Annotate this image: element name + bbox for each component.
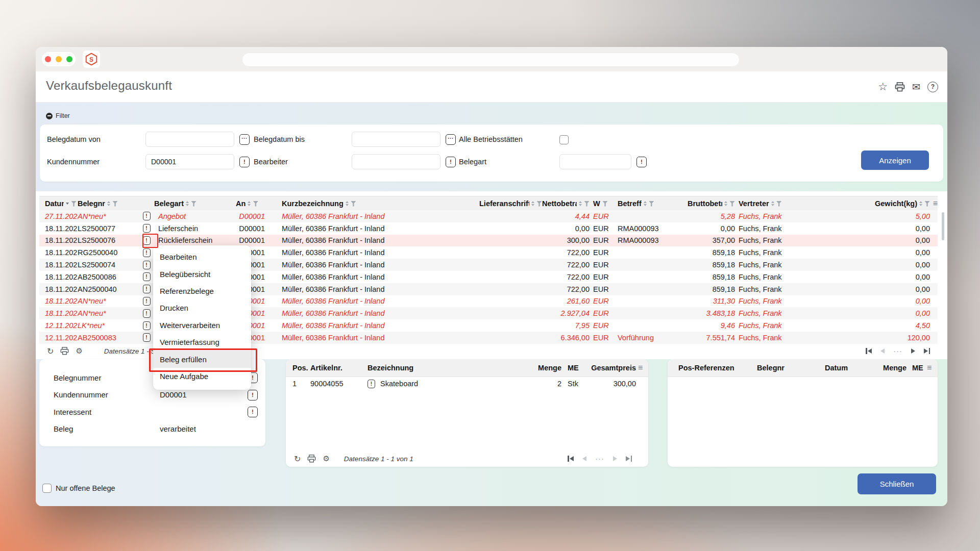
position-row[interactable]: 1 90004055 Skateboard 2 Stk 300,00 [286,377,648,391]
print-grid-icon[interactable] [60,347,69,355]
cell-datum: 12.11.2025 [39,334,78,342]
alle-betriebsstaetten-checkbox[interactable] [559,135,569,144]
row-action-icon[interactable] [143,309,151,318]
pagination-ellipsis-icon[interactable] [893,348,902,354]
titlebar-search-bar[interactable] [242,53,740,67]
nur-offene-belege-checkbox[interactable] [42,484,52,493]
row-action-icon[interactable] [143,224,151,233]
table-menu-icon[interactable] [930,199,938,208]
context-menu-item[interactable]: Weiterverarbeiten [153,317,251,334]
column-header-kurzbezeichnung[interactable]: Kurzbezeichnung [266,199,399,208]
detail-lookup-icon[interactable] [248,407,258,417]
close-window-button[interactable] [45,56,51,62]
row-action-icon[interactable] [143,285,151,293]
row-action-icon[interactable] [143,321,151,330]
column-header-lieferanschrift[interactable]: Lieferanschrift [399,199,542,208]
references-menu-icon[interactable] [927,363,938,372]
filter-funnel-icon[interactable] [191,201,197,207]
context-menu-item[interactable]: Beleg erfüllen [153,350,251,367]
settings-gear-icon[interactable] [76,346,82,356]
column-header-gewicht[interactable]: Gewicht(kg) [805,199,930,208]
row-action-icon[interactable] [143,333,151,342]
zoom-window-button[interactable] [66,56,72,62]
belegdatum-von-browse-icon[interactable] [239,134,250,145]
filter-funnel-icon[interactable] [729,201,735,207]
favorite-star-icon[interactable] [878,81,888,93]
refresh-icon[interactable] [47,346,54,356]
kundennummer-lookup-icon[interactable] [239,157,250,167]
nur-offene-belege-option[interactable]: Nur offene Belege [42,484,115,493]
column-header-betreff[interactable]: Betreff [614,199,688,208]
table-row[interactable]: 18.11.2025 LS2500077 Lieferschein D00001… [39,222,938,235]
table-row[interactable]: 27.11.2025 AN*neu* Angebot D00001 Müller… [39,210,938,222]
kundennummer-input[interactable] [145,154,234,169]
row-action-icon[interactable] [143,261,151,269]
bearbeiter-input[interactable] [352,154,440,169]
row-action-icon[interactable] [143,297,151,306]
mail-icon[interactable] [912,81,920,93]
row-action-icon[interactable] [143,248,151,257]
column-header-belegart[interactable]: Belegart [154,199,236,208]
filter-funnel-icon[interactable] [536,201,542,207]
position-action-icon[interactable] [368,380,375,388]
pagination-ellipsis-icon[interactable] [595,456,604,461]
pagination-next-icon[interactable] [911,348,915,354]
pagination-prev-icon[interactable] [582,456,586,461]
pagination-prev-icon[interactable] [880,348,885,354]
filter-collapse-toggle[interactable]: Filter [46,112,70,119]
refresh-icon[interactable] [294,454,301,464]
pagination-next-icon[interactable] [613,456,617,461]
anzeigen-button[interactable]: Anzeigen [861,151,929,170]
filter-funnel-icon[interactable] [71,201,77,207]
pagination-last-icon[interactable] [924,348,930,354]
filter-funnel-icon[interactable] [253,201,258,207]
filter-funnel-icon[interactable] [924,201,930,207]
belegart-input[interactable] [559,154,631,169]
row-action-icon[interactable] [143,272,151,281]
row-action-icon[interactable] [143,236,151,245]
collapse-icon [46,113,53,119]
filter-funnel-icon[interactable] [776,201,782,207]
minimize-window-button[interactable] [56,56,62,62]
print-icon[interactable] [895,82,905,92]
row-action-icon[interactable] [143,212,151,220]
settings-gear-icon[interactable] [323,454,329,463]
context-menu-item[interactable]: Bearbeiten [153,248,251,265]
filter-funnel-icon[interactable] [351,201,356,207]
column-header-vertreter[interactable]: Vertreter [735,199,805,208]
context-menu-item[interactable]: Referenzbelege [153,283,251,299]
pagination-last-icon[interactable] [626,456,632,462]
column-header-bruttobetrag[interactable]: Bruttobetrag [688,199,735,208]
belegdatum-von-input[interactable] [145,132,234,147]
bearbeiter-lookup-icon[interactable] [446,157,456,167]
pagination-first-icon[interactable] [568,456,574,462]
filter-funnel-icon[interactable] [112,201,118,207]
column-header-waehrung[interactable]: Währung [590,199,614,208]
cell-waehrung: EUR [590,285,614,293]
filter-funnel-icon[interactable] [584,201,590,207]
column-header-datum[interactable]: Datum [39,199,78,208]
filter-funnel-icon[interactable] [649,201,654,207]
pagination-first-icon[interactable] [866,348,872,354]
col-artikelnr: Artikelnr. [304,364,352,372]
column-header-belegnr[interactable]: Belegnr [78,199,139,208]
table-scrollbar[interactable] [942,212,944,240]
detail-lookup-icon[interactable] [248,390,258,400]
schliessen-button[interactable]: Schließen [857,473,936,494]
context-menu-item[interactable]: Belegübersicht [153,265,251,282]
print-grid-icon[interactable] [307,455,316,463]
context-menu-item[interactable]: Neue Aufgabe [153,368,251,385]
column-header-an[interactable]: An [236,199,266,208]
sort-icon [346,201,349,206]
table-row[interactable]: 18.11.2025 LS2500076 Rücklieferschein D0… [39,235,938,247]
belegdatum-bis-input[interactable] [352,132,440,147]
context-menu-item[interactable]: Drucken [153,299,251,316]
column-header-nettobetrag[interactable]: Nettobetrag [542,199,590,208]
filter-funnel-icon[interactable] [602,201,608,207]
positions-menu-icon[interactable] [638,363,648,372]
cell-vertreter: Fuchs, Frank [735,236,805,244]
help-icon[interactable] [927,82,938,92]
belegart-lookup-icon[interactable] [636,157,647,167]
belegdatum-bis-browse-icon[interactable] [446,134,456,145]
context-menu-item[interactable]: Vermieterfassung [153,334,251,350]
